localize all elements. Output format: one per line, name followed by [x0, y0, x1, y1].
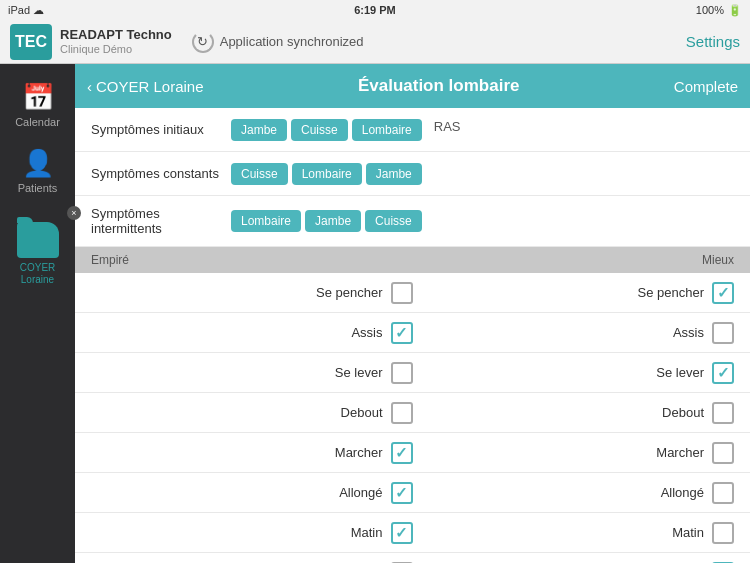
empire-side: Se lever [91, 362, 413, 384]
mieux-activity-label: Assis [673, 325, 704, 340]
back-button[interactable]: ‹ COYER Loraine [87, 78, 204, 95]
content-area: ‹ COYER Loraine Évaluation lombaire Comp… [75, 64, 750, 563]
empire-activity-label: Matin [351, 525, 383, 540]
empire-activity-label: Se pencher [316, 285, 383, 300]
symptom-tag[interactable]: Cuisse [291, 119, 348, 141]
sidebar-item-calendar[interactable]: 📅 Calendar [0, 72, 75, 138]
activity-row: AllongéAllongé [75, 473, 750, 513]
symptom-tag[interactable]: Jambe [366, 163, 422, 185]
mieux-activity-label: Matin [672, 525, 704, 540]
page-title: Évaluation lombaire [204, 76, 674, 96]
activity-row: DeboutDebout [75, 393, 750, 433]
app-title: READAPT Techno [60, 27, 172, 43]
activity-row: Se pencherSe pencher [75, 273, 750, 313]
symptom-label: Symptômes initiaux [91, 122, 231, 137]
symptom-tags: CuisseLombaireJambe [231, 163, 422, 185]
sidebar-item-active-patient[interactable]: × COYERLoraine [0, 212, 75, 296]
page-body: Symptômes initiauxJambeCuisseLombaireRAS… [75, 108, 750, 563]
status-bar: iPad ☁ 6:19 PM 100% 🔋 [0, 0, 750, 20]
empire-side: Se pencher [91, 282, 413, 304]
mieux-side: Se pencher [413, 282, 735, 304]
empire-side: Marcher [91, 442, 413, 464]
page-header: ‹ COYER Loraine Évaluation lombaire Comp… [75, 64, 750, 108]
empire-side: Matin [91, 522, 413, 544]
close-patient-badge[interactable]: × [67, 206, 81, 220]
activity-row: MarcherMarcher [75, 433, 750, 473]
app-name-block: READAPT Techno Clinique Démo [60, 27, 172, 56]
app-logo: TEC [10, 24, 52, 60]
symptom-tag[interactable]: Lombaire [231, 210, 301, 232]
activity-row: MatinMatin [75, 513, 750, 553]
symptom-tags: JambeCuisseLombaireRAS [231, 119, 460, 141]
patients-label: Patients [18, 182, 58, 194]
header-mieux: Mieux [413, 253, 735, 267]
symptom-row: Symptômes initiauxJambeCuisseLombaireRAS [75, 108, 750, 152]
symptom-tag[interactable]: Cuisse [365, 210, 422, 232]
mieux-side: Marcher [413, 442, 735, 464]
symptom-tag[interactable]: Cuisse [231, 163, 288, 185]
empire-activity-label: Marcher [335, 445, 383, 460]
mieux-checkbox[interactable] [712, 282, 734, 304]
symptom-extra: RAS [434, 119, 461, 141]
back-label: COYER Loraine [96, 78, 204, 95]
mieux-checkbox[interactable] [712, 482, 734, 504]
app-subtitle: Clinique Démo [60, 43, 172, 56]
activity-table: Empiré Mieux Se pencherSe pencherAssisAs… [75, 247, 750, 563]
symptom-tag[interactable]: Jambe [305, 210, 361, 232]
symptom-tag[interactable]: Lombaire [352, 119, 422, 141]
mieux-side: Debout [413, 402, 735, 424]
symptom-label: Symptômes intermittents [91, 206, 231, 236]
symptom-tag[interactable]: Lombaire [292, 163, 362, 185]
battery-level: 100% [696, 4, 724, 16]
mieux-side: Se lever [413, 362, 735, 384]
mieux-checkbox[interactable] [712, 362, 734, 384]
symptom-row: Symptômes intermittentsLombaireJambeCuis… [75, 196, 750, 247]
activity-row: Se leverSe lever [75, 353, 750, 393]
mieux-activity-label: Marcher [656, 445, 704, 460]
sidebar-item-patients[interactable]: 👤 Patients [0, 138, 75, 204]
sync-icon: ↻ [192, 31, 214, 53]
symptom-row: Symptômes constantsCuisseLombaireJambe [75, 152, 750, 196]
symptom-rows: Symptômes initiauxJambeCuisseLombaireRAS… [75, 108, 750, 247]
empire-activity-label: Se lever [335, 365, 383, 380]
sync-area: ↻ Application synchronized [192, 31, 364, 53]
mieux-checkbox[interactable] [712, 442, 734, 464]
mieux-activity-label: Se lever [656, 365, 704, 380]
top-header: TEC READAPT Techno Clinique Démo ↻ Appli… [0, 20, 750, 64]
mieux-activity-label: Debout [662, 405, 704, 420]
empire-checkbox[interactable] [391, 322, 413, 344]
sidebar: 📅 Calendar 👤 Patients × COYERLoraine [0, 64, 75, 563]
ipad-label: iPad ☁ [8, 4, 44, 17]
empire-checkbox[interactable] [391, 362, 413, 384]
settings-button[interactable]: Settings [686, 33, 740, 50]
empire-side: Allongé [91, 482, 413, 504]
empire-activity-label: Debout [341, 405, 383, 420]
empire-checkbox[interactable] [391, 402, 413, 424]
time-display: 6:19 PM [354, 4, 396, 16]
empire-checkbox[interactable] [391, 482, 413, 504]
empire-checkbox[interactable] [391, 442, 413, 464]
calendar-icon: 📅 [22, 82, 54, 113]
mieux-checkbox[interactable] [712, 522, 734, 544]
activity-row: En cours de journéeEn cours de journée [75, 553, 750, 563]
empire-side: Debout [91, 402, 413, 424]
battery-icon: 🔋 [728, 4, 742, 17]
table-header: Empiré Mieux [75, 247, 750, 273]
mieux-checkbox[interactable] [712, 402, 734, 424]
symptom-label: Symptômes constants [91, 166, 231, 181]
main-layout: 📅 Calendar 👤 Patients × COYERLoraine ‹ C… [0, 64, 750, 563]
empire-checkbox[interactable] [391, 282, 413, 304]
folder-icon [17, 222, 59, 258]
patients-icon: 👤 [22, 148, 54, 179]
complete-button[interactable]: Complete [674, 78, 738, 95]
active-patient-name: COYERLoraine [20, 262, 56, 286]
header-empire: Empiré [91, 253, 413, 267]
symptom-tag[interactable]: Jambe [231, 119, 287, 141]
activity-rows: Se pencherSe pencherAssisAssisSe leverSe… [75, 273, 750, 563]
mieux-checkbox[interactable] [712, 322, 734, 344]
mieux-activity-label: Se pencher [638, 285, 705, 300]
calendar-label: Calendar [15, 116, 60, 128]
empire-checkbox[interactable] [391, 522, 413, 544]
empire-activity-label: Allongé [339, 485, 382, 500]
empire-side: Assis [91, 322, 413, 344]
